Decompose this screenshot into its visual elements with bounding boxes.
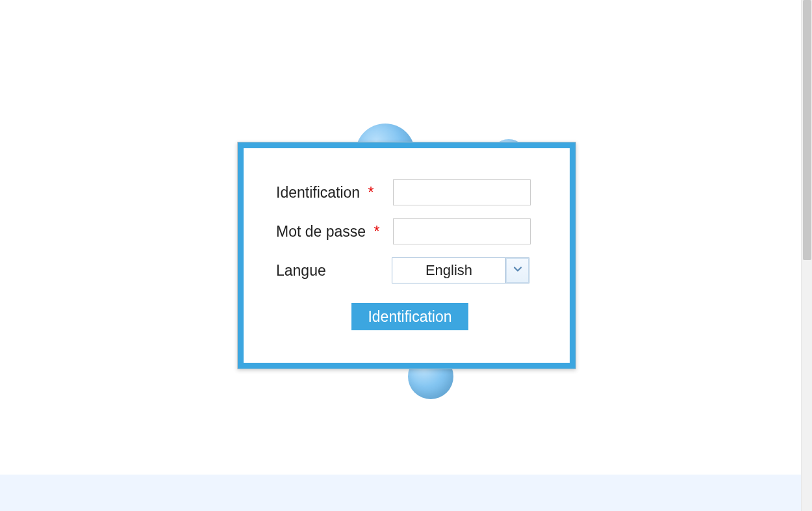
language-row: Langue English [276, 257, 544, 283]
login-form: Identification * Mot de passe * Langue E… [276, 179, 544, 330]
required-mark: * [368, 184, 374, 201]
label-text: Identification [276, 184, 360, 201]
vertical-scrollbar[interactable] [801, 0, 812, 511]
chevron-down-icon [513, 264, 523, 277]
submit-row: Identification [276, 303, 544, 330]
language-select[interactable]: English [392, 257, 529, 283]
login-submit-button[interactable]: Identification [351, 303, 468, 330]
language-select-value: English [392, 258, 505, 283]
language-select-button[interactable] [505, 258, 529, 283]
footer-band [0, 475, 801, 511]
label-text: Langue [276, 262, 326, 279]
login-card-inner: Identification * Mot de passe * Langue E… [244, 148, 570, 363]
label-text: Mot de passe [276, 223, 366, 240]
identification-row: Identification * [276, 179, 544, 205]
identification-input[interactable] [393, 179, 531, 205]
scrollbar-thumb[interactable] [803, 0, 811, 260]
password-input[interactable] [393, 218, 531, 244]
language-label: Langue [276, 262, 393, 280]
password-label: Mot de passe * [276, 223, 393, 241]
password-row: Mot de passe * [276, 218, 544, 244]
identification-label: Identification * [276, 184, 393, 202]
login-card: Identification * Mot de passe * Langue E… [237, 142, 576, 369]
required-mark: * [374, 223, 379, 240]
